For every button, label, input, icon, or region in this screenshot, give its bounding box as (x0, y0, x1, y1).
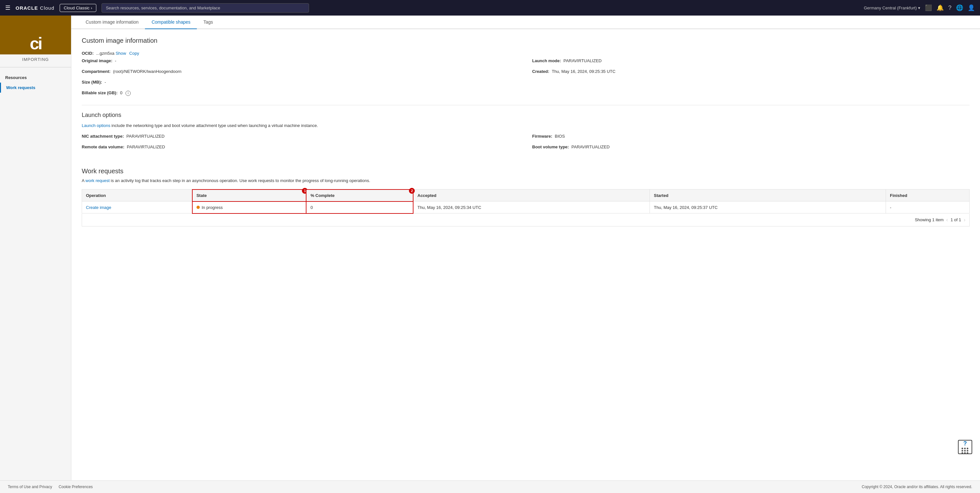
nic-label: NIC attachment type: (82, 134, 124, 139)
ocid-label: OCID: (82, 51, 94, 56)
col-finished: Finished (886, 190, 970, 201)
cloud-classic-button[interactable]: Cloud Classic › (60, 4, 97, 12)
region-selector[interactable]: Germany Central (Frankfurt) ▾ (864, 5, 920, 10)
cell-started: Thu, May 16, 2024, 09:25:37 UTC (650, 201, 886, 214)
boot-volume-value: PARAVIRTUALIZED (571, 144, 610, 149)
compartment-row: Compartment: (root)/NETWORK/IwanHoogendo… (82, 69, 519, 76)
boot-volume-label: Boot volume type: (532, 144, 569, 149)
work-requests-table: Operation State 1 % Complete 2 Accepted (82, 189, 970, 214)
oracle-text: ORACLE (16, 5, 38, 11)
work-requests-section: Work requests A work request is an activ… (72, 160, 980, 234)
cloud-text: Cloud (40, 5, 54, 11)
section-divider (82, 105, 970, 105)
create-image-link[interactable]: Create image (86, 205, 111, 210)
tab-compatible-shapes[interactable]: Compatible shapes (145, 16, 197, 29)
sidebar-status-label: IMPORTING (0, 54, 71, 65)
remote-data-label: Remote data volume: (82, 144, 124, 149)
cell-finished: - (886, 201, 970, 214)
launch-mode-value: PARAVIRTUALIZED (563, 58, 601, 63)
bell-icon[interactable]: 🔔 (937, 4, 944, 11)
size-row: Size (MB): - (82, 80, 519, 87)
main-layout: ci IMPORTING Resources Work requests Cus… (0, 16, 980, 480)
percent-badge: 2 (409, 188, 415, 194)
help-icon[interactable]: ? (948, 5, 951, 11)
col-percent-complete: % Complete 2 (306, 190, 413, 201)
launch-options-grid: NIC attachment type: PARAVIRTUALIZED Fir… (82, 134, 970, 152)
created-value: Thu, May 16, 2024, 09:25:35 UTC (552, 69, 616, 74)
section-title: Custom image information (82, 37, 970, 44)
cell-accepted: Thu, May 16, 2024, 09:25:34 UTC (413, 201, 650, 214)
launch-mode-row: Launch mode: PARAVIRTUALIZED (532, 58, 970, 66)
billable-size-label: Billable size (GB): (82, 90, 118, 95)
help-widget[interactable]: ? (958, 440, 972, 454)
remote-data-row: Remote data volume: PARAVIRTUALIZED (82, 144, 519, 152)
tab-custom-image-information[interactable]: Custom image information (79, 16, 145, 29)
launch-mode-label: Launch mode: (532, 58, 561, 63)
terms-link[interactable]: Terms of Use and Privacy (8, 485, 52, 489)
original-image-label: Original image: (82, 58, 113, 63)
firmware-row: Firmware: BIOS (532, 134, 970, 141)
nic-value: PARAVIRTUALIZED (126, 134, 165, 139)
footer: Terms of Use and Privacy Cookie Preferen… (0, 480, 980, 493)
terminal-icon[interactable]: ⬛ (925, 4, 932, 11)
firmware-value: BIOS (555, 134, 565, 139)
cell-state: In progress (192, 201, 307, 214)
accepted-value: Thu, May 16, 2024, 09:25:34 UTC (417, 205, 481, 210)
globe-icon[interactable]: 🌐 (956, 4, 963, 11)
billable-size-row: Billable size (GB): 0 i (82, 90, 519, 98)
firmware-label: Firmware: (532, 134, 552, 139)
percent-value: 0 (310, 205, 313, 210)
original-image-value: - (115, 58, 116, 63)
pagination-next-button[interactable]: › (964, 217, 966, 223)
size-label: Size (MB): (82, 80, 102, 84)
nic-row: NIC attachment type: PARAVIRTUALIZED (82, 134, 519, 141)
state-label: In progress (202, 205, 223, 210)
help-widget-dots (961, 448, 969, 454)
sidebar-image-letters: ci (30, 35, 41, 52)
tabs-bar: Custom image information Compatible shap… (72, 16, 980, 29)
started-value: Thu, May 16, 2024, 09:25:37 UTC (654, 205, 718, 210)
search-input[interactable]: Search resources, services, documentatio… (102, 3, 309, 13)
footer-links: Terms of Use and Privacy Cookie Preferen… (8, 485, 93, 489)
top-navigation: ☰ ORACLE Cloud Cloud Classic › Search re… (0, 0, 980, 16)
ocid-value: ...gzm5xa (96, 51, 114, 56)
work-requests-description: A work request is an activity log that t… (82, 178, 970, 184)
custom-image-info-section: Custom image information OCID: ...gzm5xa… (72, 29, 980, 160)
sidebar-divider (0, 67, 71, 67)
sidebar-image: ci (0, 16, 71, 54)
launch-options-link[interactable]: Launch options (82, 123, 110, 128)
ocid-show-link[interactable]: Show (115, 51, 126, 56)
sidebar-item-label: Work requests (6, 85, 35, 90)
sidebar-section-title: Resources (0, 70, 71, 82)
pagination-prev-button[interactable]: ‹ (946, 217, 948, 223)
cell-percent: 0 (306, 201, 413, 214)
oracle-logo: ORACLE Cloud (16, 5, 54, 11)
billable-info-icon[interactable]: i (126, 91, 131, 96)
original-image-row: Original image: - (82, 58, 519, 66)
info-grid: Original image: - Launch mode: PARAVIRTU… (82, 58, 970, 98)
finished-value: - (890, 205, 891, 210)
created-label: Created: (532, 69, 549, 74)
col-state: State 1 (192, 190, 307, 201)
cookie-link[interactable]: Cookie Preferences (59, 485, 93, 489)
table-row: Create image In progress 0 Thu, (82, 201, 970, 214)
work-request-link[interactable]: work request (86, 178, 110, 183)
hamburger-menu-icon[interactable]: ☰ (5, 4, 10, 11)
user-avatar-icon[interactable]: 👤 (968, 4, 975, 11)
state-cell-content: In progress (197, 205, 302, 210)
pagination-showing: Showing 1 item (915, 217, 944, 222)
compartment-value: (root)/NETWORK/IwanHoogendoorn (113, 69, 181, 74)
cloud-classic-label: Cloud Classic (64, 5, 89, 10)
tab-tags[interactable]: Tags (197, 16, 220, 29)
empty-right (532, 80, 970, 87)
sidebar-item-work-requests[interactable]: Work requests (0, 82, 71, 93)
region-chevron-icon: ▾ (918, 5, 920, 10)
copyright-text: Copyright © 2024, Oracle and/or its affi… (862, 485, 972, 489)
created-row: Created: Thu, May 16, 2024, 09:25:35 UTC (532, 69, 970, 76)
ocid-copy-link[interactable]: Copy (129, 51, 139, 56)
cloud-classic-arrow-icon: › (91, 5, 92, 10)
pagination-row: Showing 1 item ‹ 1 of 1 › (82, 214, 970, 227)
size-value: - (104, 80, 106, 84)
billable-size-value: 0 (120, 90, 122, 95)
content-area: Custom image information Compatible shap… (72, 16, 980, 480)
